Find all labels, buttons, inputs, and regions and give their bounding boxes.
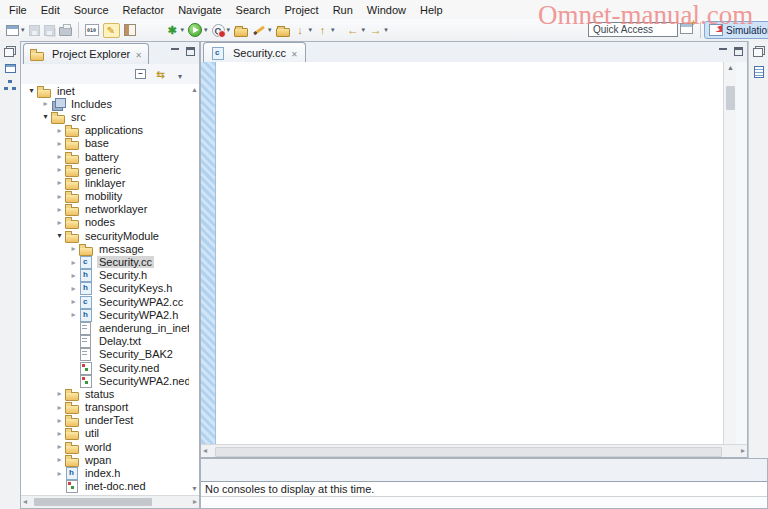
tree-item-underTest[interactable]: underTest xyxy=(22,414,189,427)
tree-item-Security.ned[interactable]: Security.ned xyxy=(22,361,189,374)
annotation-ruler[interactable] xyxy=(201,62,216,447)
close-icon[interactable] xyxy=(135,48,142,60)
import-icon[interactable] xyxy=(294,23,307,37)
editor-vertical-scrollbar[interactable]: ▲ xyxy=(723,62,737,447)
dropdown-arrow-icon[interactable]: ▾ xyxy=(362,26,366,34)
dropdown-arrow-icon[interactable]: ▾ xyxy=(21,26,25,34)
project-explorer-tab[interactable]: Project Explorer xyxy=(23,43,149,64)
editor-horizontal-scrollbar[interactable]: ◂ ▸ xyxy=(201,444,747,457)
menu-help[interactable]: Help xyxy=(413,2,450,18)
scrollbar-thumb[interactable] xyxy=(34,498,152,506)
scroll-right-icon[interactable]: ▸ xyxy=(193,497,197,506)
perspective-simulation-button[interactable]: Simulation xyxy=(704,21,768,39)
chevron-icon[interactable] xyxy=(40,97,51,110)
chevron-icon[interactable] xyxy=(68,269,79,282)
menu-source[interactable]: Source xyxy=(67,2,116,18)
chevron-icon[interactable] xyxy=(68,308,79,321)
chevron-icon[interactable] xyxy=(68,282,79,295)
tree-item-transport[interactable]: transport xyxy=(22,401,189,414)
dropdown-arrow-icon[interactable]: ▾ xyxy=(331,26,335,34)
scroll-left-icon[interactable]: ◂ xyxy=(203,446,207,455)
view-menu-icon[interactable] xyxy=(175,69,185,79)
tree-item-SecurityWPA2.cc[interactable]: SecurityWPA2.cc xyxy=(22,295,189,308)
menu-refactor[interactable]: Refactor xyxy=(116,2,172,18)
menu-file[interactable]: File xyxy=(2,2,34,18)
chevron-icon[interactable] xyxy=(68,295,79,308)
tree-item-status[interactable]: status xyxy=(22,387,189,400)
chevron-icon[interactable] xyxy=(54,216,65,229)
chevron-icon[interactable] xyxy=(54,467,65,480)
chevron-icon[interactable] xyxy=(40,110,51,123)
tree-item-SecurityWPA2.ned[interactable]: SecurityWPA2.ned xyxy=(22,374,189,387)
chevron-icon[interactable] xyxy=(54,414,65,427)
chevron-icon[interactable] xyxy=(54,203,65,216)
overview-ruler[interactable] xyxy=(736,62,747,447)
tree-item-base[interactable]: base xyxy=(22,137,189,150)
tree-item-battery[interactable]: battery xyxy=(22,150,189,163)
chevron-icon[interactable] xyxy=(54,124,65,137)
profile-icon[interactable] xyxy=(212,24,225,37)
scroll-up-icon[interactable]: ▲ xyxy=(191,86,198,93)
chevron-icon[interactable] xyxy=(26,84,37,97)
collapse-all-icon[interactable] xyxy=(135,69,146,79)
tree-item-applications[interactable]: applications xyxy=(22,124,189,137)
debug-icon[interactable] xyxy=(166,24,179,37)
chevron-icon[interactable] xyxy=(54,427,65,440)
close-icon[interactable] xyxy=(291,47,298,59)
tree-item-index.h[interactable]: index.h xyxy=(22,466,189,479)
tree-item-networklayer[interactable]: networklayer xyxy=(22,203,189,216)
code-area[interactable] xyxy=(227,62,723,447)
tree-item-securityModule[interactable]: securityModule xyxy=(22,229,189,242)
dropdown-arrow-icon[interactable]: ▾ xyxy=(181,26,185,34)
restore-view-icon[interactable] xyxy=(753,46,765,57)
hierarchy-view-icon[interactable] xyxy=(4,80,16,91)
editor-tab-security-cc[interactable]: Security.cc xyxy=(203,42,306,62)
tree-item-SecurityKeys.h[interactable]: SecurityKeys.h xyxy=(22,282,189,295)
tree-item-Security.cc[interactable]: Security.cc xyxy=(22,255,189,268)
tree-item-linklayer[interactable]: linklayer xyxy=(22,176,189,189)
new-wizard-icon[interactable] xyxy=(6,25,19,36)
maximize-icon[interactable] xyxy=(186,47,195,56)
quick-access-input[interactable]: Quick Access xyxy=(588,22,678,37)
tree-item-nodes[interactable]: nodes xyxy=(22,216,189,229)
tree-item-Security.h[interactable]: Security.h xyxy=(22,269,189,282)
chevron-icon[interactable] xyxy=(54,190,65,203)
minimize-icon[interactable] xyxy=(171,47,180,56)
chevron-icon[interactable] xyxy=(54,387,65,400)
chevron-icon[interactable] xyxy=(54,440,65,453)
chevron-icon[interactable] xyxy=(54,150,65,163)
open-simulation-icon[interactable] xyxy=(234,28,248,37)
menu-project[interactable]: Project xyxy=(277,2,325,18)
tree-item-inet-doc.ned[interactable]: inet-doc.ned xyxy=(22,480,189,493)
menu-search[interactable]: Search xyxy=(229,2,278,18)
dropdown-arrow-icon[interactable]: ▾ xyxy=(227,26,231,34)
notebook-icon[interactable] xyxy=(124,24,136,36)
tree-item-Delay.txt[interactable]: Delay.txt xyxy=(22,335,189,348)
tree-item-world[interactable]: world xyxy=(22,440,189,453)
scrollbar-thumb[interactable] xyxy=(215,447,722,457)
tree-item-aenderung_in_inetman[interactable]: aenderung_in_inetman xyxy=(22,321,189,334)
dropdown-arrow-icon[interactable]: ▾ xyxy=(268,26,272,34)
binary-editor-icon[interactable] xyxy=(85,24,99,36)
explorer-horizontal-scrollbar[interactable]: ◂ ▸ xyxy=(21,495,199,508)
layout-view-icon[interactable] xyxy=(5,64,16,73)
dropdown-arrow-icon[interactable]: ▾ xyxy=(309,26,313,34)
dropdown-arrow-icon[interactable]: ▾ xyxy=(204,26,208,34)
menu-window[interactable]: Window xyxy=(360,2,413,18)
minimize-icon[interactable] xyxy=(719,47,728,56)
scroll-down-icon[interactable]: ▼ xyxy=(191,485,198,492)
restore-view-icon[interactable] xyxy=(4,46,16,57)
menu-run[interactable]: Run xyxy=(326,2,360,18)
maximize-icon[interactable] xyxy=(734,47,743,56)
chevron-icon[interactable] xyxy=(54,163,65,176)
wand-icon[interactable] xyxy=(252,24,266,37)
tree-item-inet[interactable]: inet xyxy=(22,84,189,97)
tree-item-message[interactable]: message xyxy=(22,242,189,255)
link-with-editor-icon[interactable] xyxy=(154,68,167,80)
print-icon[interactable] xyxy=(59,27,72,36)
tree-item-generic[interactable]: generic xyxy=(22,163,189,176)
tree-item-Includes[interactable]: Includes xyxy=(22,97,189,110)
menu-edit[interactable]: Edit xyxy=(34,2,67,18)
chevron-icon[interactable] xyxy=(68,256,79,269)
menu-navigate[interactable]: Navigate xyxy=(171,2,228,18)
